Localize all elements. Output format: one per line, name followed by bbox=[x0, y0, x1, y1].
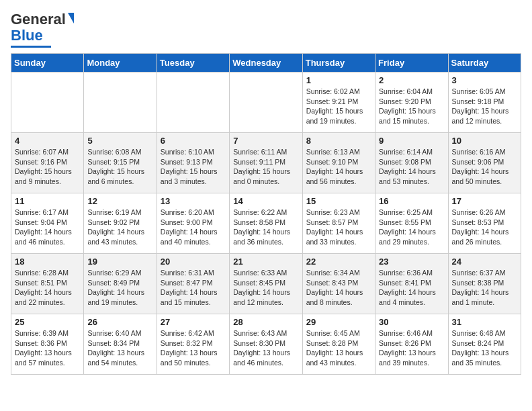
day-cell-12: 12Sunrise: 6:19 AM Sunset: 9:02 PM Dayli… bbox=[84, 193, 157, 254]
logo-general: General bbox=[11, 11, 66, 28]
day-cell-26: 26Sunrise: 6:40 AM Sunset: 8:34 PM Dayli… bbox=[84, 314, 157, 375]
day-cell-10: 10Sunrise: 6:16 AM Sunset: 9:06 PM Dayli… bbox=[448, 133, 521, 193]
day-number: 25 bbox=[15, 317, 80, 327]
day-number: 27 bbox=[161, 317, 226, 327]
day-info: Sunrise: 6:48 AM Sunset: 8:24 PM Dayligh… bbox=[452, 328, 517, 368]
day-info: Sunrise: 6:22 AM Sunset: 8:58 PM Dayligh… bbox=[233, 208, 298, 247]
day-info: Sunrise: 6:16 AM Sunset: 9:06 PM Dayligh… bbox=[452, 147, 517, 187]
day-info: Sunrise: 6:28 AM Sunset: 8:51 PM Dayligh… bbox=[15, 268, 80, 308]
day-info: Sunrise: 6:46 AM Sunset: 8:26 PM Dayligh… bbox=[379, 328, 444, 368]
empty-cell bbox=[157, 73, 229, 133]
day-info: Sunrise: 6:20 AM Sunset: 9:00 PM Dayligh… bbox=[161, 208, 226, 247]
weekday-header-sunday: Sunday bbox=[11, 54, 84, 73]
day-cell-4: 4Sunrise: 6:07 AM Sunset: 9:16 PM Daylig… bbox=[11, 133, 84, 193]
day-info: Sunrise: 6:10 AM Sunset: 9:13 PM Dayligh… bbox=[161, 147, 226, 187]
day-number: 8 bbox=[306, 136, 371, 146]
day-cell-30: 30Sunrise: 6:46 AM Sunset: 8:26 PM Dayli… bbox=[375, 314, 448, 375]
weekday-header-tuesday: Tuesday bbox=[157, 54, 229, 73]
day-cell-6: 6Sunrise: 6:10 AM Sunset: 9:13 PM Daylig… bbox=[157, 133, 229, 193]
day-number: 1 bbox=[306, 75, 371, 85]
day-number: 2 bbox=[379, 75, 444, 85]
empty-cell bbox=[11, 73, 84, 133]
day-cell-2: 2Sunrise: 6:04 AM Sunset: 9:20 PM Daylig… bbox=[375, 73, 448, 133]
day-info: Sunrise: 6:08 AM Sunset: 9:15 PM Dayligh… bbox=[87, 147, 152, 187]
day-cell-13: 13Sunrise: 6:20 AM Sunset: 9:00 PM Dayli… bbox=[157, 193, 229, 254]
day-cell-11: 11Sunrise: 6:17 AM Sunset: 9:04 PM Dayli… bbox=[11, 193, 84, 254]
day-info: Sunrise: 6:11 AM Sunset: 9:11 PM Dayligh… bbox=[233, 147, 298, 187]
day-cell-28: 28Sunrise: 6:43 AM Sunset: 8:30 PM Dayli… bbox=[230, 314, 302, 375]
day-cell-31: 31Sunrise: 6:48 AM Sunset: 8:24 PM Dayli… bbox=[448, 314, 521, 375]
day-cell-16: 16Sunrise: 6:25 AM Sunset: 8:55 PM Dayli… bbox=[375, 193, 448, 254]
day-number: 18 bbox=[15, 257, 80, 267]
day-info: Sunrise: 6:29 AM Sunset: 8:49 PM Dayligh… bbox=[87, 268, 152, 308]
day-cell-15: 15Sunrise: 6:23 AM Sunset: 8:57 PM Dayli… bbox=[302, 193, 375, 254]
day-number: 26 bbox=[87, 317, 152, 327]
day-number: 9 bbox=[379, 136, 444, 146]
day-info: Sunrise: 6:37 AM Sunset: 8:38 PM Dayligh… bbox=[452, 268, 517, 308]
day-info: Sunrise: 6:26 AM Sunset: 8:53 PM Dayligh… bbox=[452, 208, 517, 247]
day-cell-8: 8Sunrise: 6:13 AM Sunset: 9:10 PM Daylig… bbox=[302, 133, 375, 193]
weekday-header-row: SundayMondayTuesdayWednesdayThursdayFrid… bbox=[11, 54, 521, 73]
day-number: 31 bbox=[452, 317, 517, 327]
day-cell-7: 7Sunrise: 6:11 AM Sunset: 9:11 PM Daylig… bbox=[230, 133, 302, 193]
day-cell-29: 29Sunrise: 6:45 AM Sunset: 8:28 PM Dayli… bbox=[302, 314, 375, 375]
day-info: Sunrise: 6:36 AM Sunset: 8:41 PM Dayligh… bbox=[379, 268, 444, 308]
day-number: 17 bbox=[452, 196, 517, 206]
day-number: 14 bbox=[233, 196, 298, 206]
logo: General Blue bbox=[11, 11, 74, 48]
day-number: 11 bbox=[15, 196, 80, 206]
day-cell-21: 21Sunrise: 6:33 AM Sunset: 8:45 PM Dayli… bbox=[230, 254, 302, 314]
logo-underline bbox=[11, 46, 51, 48]
day-info: Sunrise: 6:31 AM Sunset: 8:47 PM Dayligh… bbox=[161, 268, 226, 308]
day-number: 28 bbox=[233, 317, 298, 327]
day-info: Sunrise: 6:14 AM Sunset: 9:08 PM Dayligh… bbox=[379, 147, 444, 187]
calendar-table: SundayMondayTuesdayWednesdayThursdayFrid… bbox=[11, 53, 521, 375]
day-info: Sunrise: 6:43 AM Sunset: 8:30 PM Dayligh… bbox=[233, 328, 298, 368]
day-info: Sunrise: 6:13 AM Sunset: 9:10 PM Dayligh… bbox=[306, 147, 371, 187]
day-number: 10 bbox=[452, 136, 517, 146]
day-number: 13 bbox=[161, 196, 226, 206]
day-cell-22: 22Sunrise: 6:34 AM Sunset: 8:43 PM Dayli… bbox=[302, 254, 375, 314]
day-info: Sunrise: 6:33 AM Sunset: 8:45 PM Dayligh… bbox=[233, 268, 298, 308]
day-cell-5: 5Sunrise: 6:08 AM Sunset: 9:15 PM Daylig… bbox=[84, 133, 157, 193]
day-info: Sunrise: 6:40 AM Sunset: 8:34 PM Dayligh… bbox=[87, 328, 152, 368]
day-number: 4 bbox=[15, 136, 80, 146]
day-cell-14: 14Sunrise: 6:22 AM Sunset: 8:58 PM Dayli… bbox=[230, 193, 302, 254]
day-cell-24: 24Sunrise: 6:37 AM Sunset: 8:38 PM Dayli… bbox=[448, 254, 521, 314]
day-info: Sunrise: 6:45 AM Sunset: 8:28 PM Dayligh… bbox=[306, 328, 371, 368]
day-info: Sunrise: 6:19 AM Sunset: 9:02 PM Dayligh… bbox=[87, 208, 152, 247]
weekday-header-saturday: Saturday bbox=[448, 54, 521, 73]
day-info: Sunrise: 6:42 AM Sunset: 8:32 PM Dayligh… bbox=[161, 328, 226, 368]
day-number: 23 bbox=[379, 257, 444, 267]
day-info: Sunrise: 6:04 AM Sunset: 9:20 PM Dayligh… bbox=[379, 87, 444, 126]
day-info: Sunrise: 6:05 AM Sunset: 9:18 PM Dayligh… bbox=[452, 87, 517, 126]
week-row-3: 11Sunrise: 6:17 AM Sunset: 9:04 PM Dayli… bbox=[11, 193, 521, 254]
day-number: 21 bbox=[233, 257, 298, 267]
day-number: 3 bbox=[452, 75, 517, 85]
day-cell-23: 23Sunrise: 6:36 AM Sunset: 8:41 PM Dayli… bbox=[375, 254, 448, 314]
empty-cell bbox=[84, 73, 157, 133]
day-info: Sunrise: 6:34 AM Sunset: 8:43 PM Dayligh… bbox=[306, 268, 371, 308]
day-number: 7 bbox=[233, 136, 298, 146]
day-cell-25: 25Sunrise: 6:39 AM Sunset: 8:36 PM Dayli… bbox=[11, 314, 84, 375]
day-cell-1: 1Sunrise: 6:02 AM Sunset: 9:21 PM Daylig… bbox=[302, 73, 375, 133]
day-number: 30 bbox=[379, 317, 444, 327]
empty-cell bbox=[230, 73, 302, 133]
day-cell-27: 27Sunrise: 6:42 AM Sunset: 8:32 PM Dayli… bbox=[157, 314, 229, 375]
day-number: 29 bbox=[306, 317, 371, 327]
day-number: 5 bbox=[87, 136, 152, 146]
day-cell-18: 18Sunrise: 6:28 AM Sunset: 8:51 PM Dayli… bbox=[11, 254, 84, 314]
day-cell-20: 20Sunrise: 6:31 AM Sunset: 8:47 PM Dayli… bbox=[157, 254, 229, 314]
week-row-2: 4Sunrise: 6:07 AM Sunset: 9:16 PM Daylig… bbox=[11, 133, 521, 193]
day-number: 22 bbox=[306, 257, 371, 267]
day-info: Sunrise: 6:17 AM Sunset: 9:04 PM Dayligh… bbox=[15, 208, 80, 247]
week-row-1: 1Sunrise: 6:02 AM Sunset: 9:21 PM Daylig… bbox=[11, 73, 521, 133]
day-info: Sunrise: 6:39 AM Sunset: 8:36 PM Dayligh… bbox=[15, 328, 80, 368]
day-info: Sunrise: 6:07 AM Sunset: 9:16 PM Dayligh… bbox=[15, 147, 80, 187]
weekday-header-friday: Friday bbox=[375, 54, 448, 73]
day-number: 24 bbox=[452, 257, 517, 267]
weekday-header-thursday: Thursday bbox=[302, 54, 375, 73]
day-cell-9: 9Sunrise: 6:14 AM Sunset: 9:08 PM Daylig… bbox=[375, 133, 448, 193]
logo-arrow-icon bbox=[68, 13, 74, 24]
day-number: 6 bbox=[161, 136, 226, 146]
